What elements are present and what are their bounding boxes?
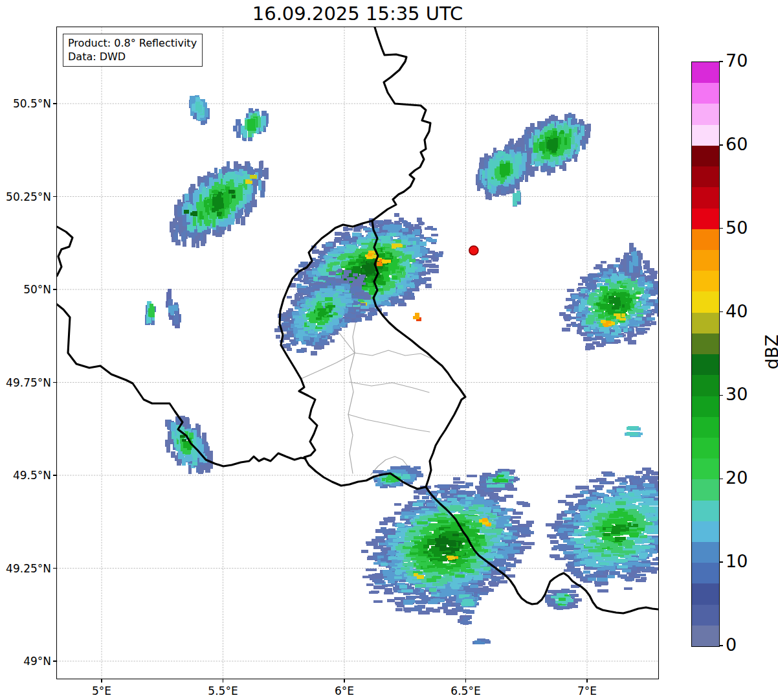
y-axis-tick [53,660,57,662]
colorbar-tick [719,561,723,563]
colorbar-step [692,166,719,187]
colorbar-axis-label: dBZ [762,334,778,369]
colorbar-step [692,62,719,83]
radar-echo-canvas [57,27,658,679]
colorbar-tick [719,228,723,229]
regional-border-line [348,353,355,473]
y-axis-tick [53,475,57,476]
colorbar-step [692,354,719,375]
y-axis-tick [53,289,57,290]
colorbar-step [692,291,719,312]
colorbar-step [692,146,719,166]
product-line: Product: 0.8° Reflectivity [68,36,197,50]
x-axis-tick-label: 6.5°E [450,684,480,697]
regional-border-line [371,457,408,475]
colorbar-step [692,375,719,396]
national-border-line [57,304,306,466]
colorbar-tick-label: 40 [726,301,748,321]
colorbar-tick [719,311,723,313]
y-axis-tick-label: 49.25°N [6,561,51,574]
colorbar-tick-label: 50 [726,218,748,238]
colorbar-tick [719,395,723,396]
regional-border-line [301,353,355,379]
colorbar-step [692,250,719,271]
colorbar-step [692,583,719,604]
colorbar-step [692,501,719,521]
colorbar-step [692,563,719,583]
gridlines-layer [57,27,658,679]
radar-site-marker [469,246,478,255]
national-border-line [280,221,465,489]
regional-border-line [350,382,429,392]
colorbar-step [692,125,719,146]
national-border-line [426,487,658,613]
regional-border-line [308,262,355,272]
x-axis-tick-label: 5°E [92,684,111,697]
colorbar-tick [719,144,723,146]
colorbar-tick [719,479,723,480]
colorbar-tick-label: 30 [726,385,748,405]
colorbar-step [692,313,719,333]
national-border-line [57,227,72,276]
colorbar [691,62,720,647]
y-axis-tick-label: 49.5°N [13,469,51,482]
colorbar-step [692,542,719,563]
y-axis-tick-label: 49°N [23,655,51,668]
y-axis-tick [53,196,57,198]
x-axis-tick [586,679,588,683]
y-axis-tick-label: 49.75°N [6,376,51,389]
borders-layer [57,27,658,679]
x-axis-tick-label: 5.5°E [208,684,238,697]
colorbar-step [692,209,719,229]
colorbar-step [692,626,719,646]
x-axis-tick-label: 7°E [577,684,597,697]
colorbar-step [692,271,719,291]
regional-border-line [355,350,435,360]
colorbar-tick-label: 20 [726,468,748,488]
radar-figure: 16.09.2025 15:35 UTC Product: 0.8° Refle… [0,0,778,700]
y-axis-tick [53,382,57,383]
colorbar-step [692,458,719,479]
colorbar-tick-label: 10 [726,551,748,571]
colorbar-tick [719,645,723,646]
y-axis-tick [53,103,57,104]
y-axis-tick-label: 50.5°N [13,97,51,110]
y-axis-tick-label: 50°N [23,283,51,296]
figure-title: 16.09.2025 15:35 UTC [252,3,463,25]
x-axis-tick [465,679,467,683]
x-axis-tick-label: 6°E [335,684,354,697]
colorbar-step [692,605,719,626]
data-source-line: Data: DWD [68,50,197,63]
colorbar-tick-label: 0 [726,635,737,655]
colorbar-step [692,479,719,500]
regional-border-line [282,332,355,353]
y-axis-tick [53,568,57,569]
colorbar-step [692,187,719,208]
colorbar-tick [719,61,723,62]
product-annotation-box: Product: 0.8° ReflectivityData: DWD [63,34,203,67]
regional-border-line [353,223,362,353]
map-plot-area: Product: 0.8° ReflectivityData: DWD [56,27,659,679]
colorbar-step [692,333,719,354]
colorbar-step [692,104,719,124]
y-axis-tick-label: 50.25°N [6,190,51,203]
x-axis-tick [101,679,102,683]
colorbar-step [692,521,719,542]
colorbar-step [692,396,719,417]
colorbar-step [692,83,719,104]
colorbar-step [692,417,719,438]
x-axis-tick [344,679,345,683]
regional-border-line [348,414,430,432]
colorbar-tick-label: 70 [726,51,748,71]
colorbar-tick-label: 60 [726,134,748,154]
regional-border-line [357,282,374,283]
x-axis-tick [223,679,224,683]
colorbar-step [692,438,719,458]
national-border-line [372,27,430,221]
colorbar-step [692,229,719,250]
